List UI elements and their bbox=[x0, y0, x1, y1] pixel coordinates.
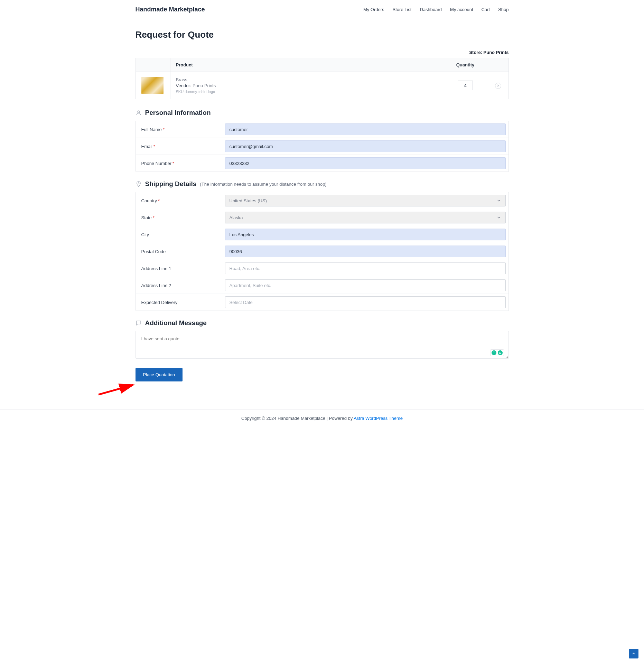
country-value: United States (US) bbox=[230, 198, 267, 203]
message-textarea[interactable] bbox=[136, 331, 509, 359]
footer-text: Copyright © 2024 Handmade Marketplace | … bbox=[241, 416, 354, 421]
place-quotation-button[interactable]: Place Quotation bbox=[136, 368, 183, 381]
addr2-input[interactable] bbox=[225, 279, 506, 291]
store-heading: Store: Puno Prints bbox=[136, 50, 509, 55]
col-quantity: Quantity bbox=[443, 58, 488, 72]
grammarly-dot-icon bbox=[492, 350, 496, 355]
brand-title[interactable]: Handmade Marketplace bbox=[136, 6, 205, 13]
vendor-label: Vendor: bbox=[176, 83, 192, 88]
product-table: Product Quantity Brass Vendor: Puno Prin… bbox=[136, 58, 509, 99]
expected-delivery-input[interactable] bbox=[225, 296, 506, 308]
col-product: Product bbox=[170, 58, 443, 72]
product-name[interactable]: Brass bbox=[176, 77, 437, 82]
personal-form: Full Name* Email* Phone Number* bbox=[136, 121, 509, 172]
nav-dashboard[interactable]: Dashboard bbox=[420, 7, 442, 12]
postal-label: Postal Code bbox=[136, 243, 222, 260]
grammarly-widget[interactable]: G bbox=[490, 349, 504, 356]
nav-my-account[interactable]: My account bbox=[450, 7, 473, 12]
country-select[interactable]: United States (US) bbox=[225, 195, 506, 206]
svg-point-1 bbox=[138, 183, 139, 184]
chevron-down-icon bbox=[496, 215, 501, 220]
message-icon bbox=[136, 320, 142, 326]
product-sku: SKU:dummy-tshirt-logo bbox=[176, 90, 437, 94]
expected-delivery-label: Expected Delivery bbox=[136, 294, 222, 311]
remove-item-button[interactable]: ✕ bbox=[495, 83, 501, 89]
main-nav: My Orders Store List Dashboard My accoun… bbox=[363, 7, 509, 12]
site-footer: Copyright © 2024 Handmade Marketplace | … bbox=[0, 409, 644, 427]
section-personal-title: Personal Information bbox=[145, 109, 211, 117]
addr2-label: Address Line 2 bbox=[136, 277, 222, 294]
svg-line-2 bbox=[99, 385, 133, 395]
state-value: Alaska bbox=[230, 215, 243, 220]
location-pin-icon bbox=[136, 181, 142, 187]
table-row: Brass Vendor: Puno Prints SKU:dummy-tshi… bbox=[136, 72, 508, 99]
product-thumbnail bbox=[141, 77, 164, 94]
full-name-label: Full Name* bbox=[136, 121, 222, 138]
footer-theme-link[interactable]: Astra WordPress Theme bbox=[354, 416, 403, 421]
phone-label: Phone Number* bbox=[136, 155, 222, 172]
section-personal-header: Personal Information bbox=[136, 109, 509, 117]
shipping-hint: (The information needs to assume your di… bbox=[200, 182, 326, 187]
grammarly-g-icon: G bbox=[498, 350, 503, 355]
quantity-input[interactable] bbox=[458, 81, 473, 90]
annotation-arrow-icon bbox=[97, 381, 138, 398]
nav-shop[interactable]: Shop bbox=[498, 7, 508, 12]
section-shipping-title: Shipping Details bbox=[145, 180, 197, 188]
postal-input[interactable] bbox=[225, 246, 506, 257]
city-label: City bbox=[136, 226, 222, 243]
nav-store-list[interactable]: Store List bbox=[393, 7, 412, 12]
addr1-label: Address Line 1 bbox=[136, 260, 222, 277]
nav-cart[interactable]: Cart bbox=[482, 7, 490, 12]
site-header: Handmade Marketplace My Orders Store Lis… bbox=[0, 0, 644, 19]
user-icon bbox=[136, 110, 142, 116]
nav-my-orders[interactable]: My Orders bbox=[363, 7, 384, 12]
main-content: Request for Quote Store: Puno Prints Pro… bbox=[136, 19, 509, 395]
addr1-input[interactable] bbox=[225, 262, 506, 274]
section-shipping-header: Shipping Details (The information needs … bbox=[136, 180, 509, 188]
section-message-title: Additional Message bbox=[145, 319, 207, 327]
vendor-name[interactable]: Puno Prints bbox=[193, 83, 216, 88]
svg-point-0 bbox=[138, 111, 140, 113]
shipping-form: Country* United States (US) State* Alask… bbox=[136, 192, 509, 311]
store-name: Puno Prints bbox=[484, 50, 509, 55]
store-label: Store: bbox=[469, 50, 483, 55]
country-label: Country* bbox=[136, 192, 222, 209]
email-label: Email* bbox=[136, 138, 222, 155]
phone-input[interactable] bbox=[225, 157, 506, 169]
page-title: Request for Quote bbox=[136, 29, 509, 40]
state-select[interactable]: Alaska bbox=[225, 212, 506, 223]
email-input[interactable] bbox=[225, 140, 506, 152]
chevron-down-icon bbox=[496, 198, 501, 203]
state-label: State* bbox=[136, 209, 222, 226]
full-name-input[interactable] bbox=[225, 123, 506, 135]
city-input[interactable] bbox=[225, 229, 506, 240]
section-message-header: Additional Message bbox=[136, 319, 509, 327]
